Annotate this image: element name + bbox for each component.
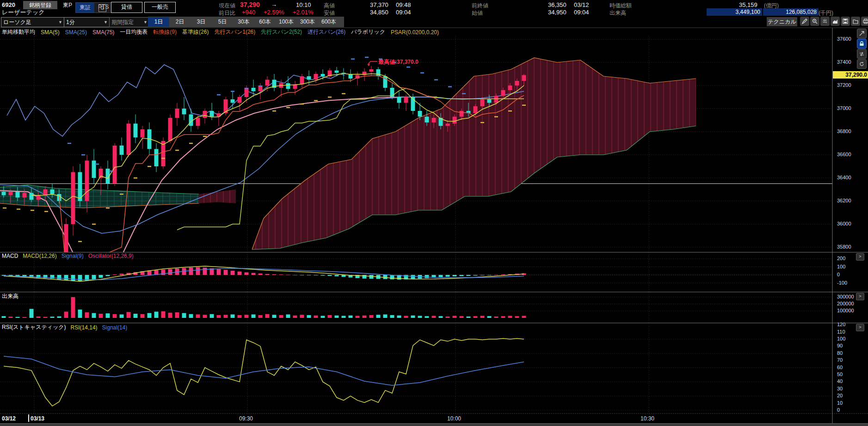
draw-pencil-button[interactable] <box>800 17 809 26</box>
range-button-60本[interactable]: 60本 <box>254 17 276 27</box>
chart-style-button[interactable] <box>831 17 840 26</box>
range-button-1日[interactable]: 1日 <box>148 17 169 27</box>
period-value: 期間指定 <box>111 18 134 26</box>
legend-item: MACD <box>2 253 18 259</box>
chevron-down-icon: ▼ <box>58 20 62 24</box>
lock-button[interactable] <box>857 39 867 49</box>
chevron-down-icon: ▼ <box>104 20 108 24</box>
folder-icon <box>853 18 858 24</box>
export-button[interactable]: 出 <box>820 17 830 26</box>
high-label: 高値 <box>324 2 335 10</box>
legend-item: 単純移動平均 <box>2 28 35 36</box>
print-button[interactable] <box>861 17 868 26</box>
stock-name: レーザーテック <box>2 8 45 17</box>
legend-item: 転換線(9) <box>153 28 177 36</box>
interval-value: 1分 <box>66 18 75 26</box>
price-direction-arrow: → <box>271 1 277 8</box>
range-button-30本[interactable]: 30本 <box>233 17 254 27</box>
range-button-600本[interactable]: 600本 <box>318 17 339 27</box>
legend-item: Signal(9) <box>62 253 84 259</box>
change-percent: +2.59% <box>264 9 284 16</box>
trading-app: { "header":{ "code":"6920","register":"銘… <box>0 0 868 426</box>
open-time: 09:04 <box>574 9 589 16</box>
legend-item: 基準線(26) <box>182 28 209 36</box>
legend-item: パラボリック <box>351 28 385 36</box>
legend-item: 一目均衡表 <box>120 28 148 36</box>
legend-item: SMA(5) <box>41 29 60 36</box>
legend-item: PSAR(0.0200,0.20) <box>391 29 439 36</box>
volume-value: 3,449,100 <box>707 8 762 16</box>
chart-type-value: ローソク足 <box>3 18 31 26</box>
volume-pane-title: 出来高 <box>2 292 18 300</box>
chart-toolbar-icons: 出 <box>799 17 868 26</box>
interval-select[interactable]: 1分▼ <box>64 17 110 27</box>
change-value: +940 <box>242 9 255 16</box>
popout-button[interactable] <box>857 29 867 38</box>
area-chart-icon <box>832 18 838 24</box>
period-select[interactable]: 期間指定▼ <box>109 17 150 27</box>
refresh-icon <box>859 61 864 67</box>
legend-item: RSI(ストキャスティック) <box>2 323 66 331</box>
g-button[interactable]: G <box>98 4 106 12</box>
swap-axis-button[interactable] <box>857 49 867 59</box>
tab-tosho[interactable]: 東証 <box>76 3 94 12</box>
pencil-icon <box>802 18 807 24</box>
stock-code: 6920 <box>2 1 15 8</box>
zoom-button[interactable] <box>810 17 819 26</box>
market-cap-value: 35,159 <box>739 1 757 8</box>
current-price-label: 現在値 <box>219 2 235 10</box>
prev-close-value: 36,350 <box>548 1 566 8</box>
taishaku-button[interactable]: 貸借 <box>111 2 142 13</box>
range-button-300本[interactable]: 300本 <box>297 17 318 27</box>
chart-type-select[interactable]: ローソク足▼ <box>1 17 65 27</box>
legend-item: 先行スパン2(52) <box>261 28 302 36</box>
high-value: 37,370 <box>370 1 388 8</box>
prev-close-date: 03/12 <box>574 1 589 8</box>
change-label: 前日比 <box>219 9 235 17</box>
exchange-toggle: 東証 PTS <box>75 2 113 13</box>
lock-icon <box>859 41 864 46</box>
technical-button[interactable]: テクニカル <box>767 17 797 26</box>
save-icon <box>843 18 848 24</box>
turnover-value: 126,085,028 <box>763 8 819 16</box>
legend-item: SMA(75) <box>92 29 114 36</box>
macd-pane-expand-button[interactable]: > <box>856 253 864 261</box>
legend-item: 遅行スパン(26) <box>308 28 345 36</box>
high-time: 09:48 <box>396 1 411 8</box>
range-button-2日[interactable]: 2日 <box>169 17 191 27</box>
range-button-strip: 1日2日3日5日30本60本100本300本600本 <box>148 17 344 27</box>
reset-view-button[interactable] <box>857 59 867 69</box>
volume-pane-expand-button[interactable]: > <box>856 293 864 300</box>
printer-icon <box>863 18 868 24</box>
open-value: 34,950 <box>548 9 566 16</box>
magnifier-icon <box>812 18 818 24</box>
rsi-pane-expand-button[interactable]: > <box>856 324 864 331</box>
range-button-5日[interactable]: 5日 <box>212 17 233 27</box>
popout-icon <box>859 31 864 36</box>
indicator-legend: 単純移動平均SMA(5)SMA(25)SMA(75)一目均衡表転換線(9)基準線… <box>2 28 439 36</box>
export-kanji-icon: 出 <box>823 18 827 24</box>
volume-label: 出来高 <box>609 9 626 17</box>
current-price: 37,290 <box>240 1 260 8</box>
rsi-legend: RSI(ストキャスティック)RSI(14,14)Signal(14) <box>2 323 127 331</box>
folder-button[interactable] <box>851 17 860 26</box>
macd-legend: MACDMACD(12,26)Signal(9)Oscillator(12,26… <box>2 253 134 259</box>
low-time: 09:04 <box>396 9 411 16</box>
legend-item: Oscillator(12,26,9) <box>88 253 134 259</box>
save-button[interactable] <box>841 17 850 26</box>
legend-item: Signal(14) <box>102 324 128 331</box>
legend-item: RSI(14,14) <box>71 324 98 331</box>
pts-percent: +2.01% <box>293 9 313 16</box>
turnover-unit: (千円) <box>819 9 833 17</box>
swap-arrows-icon <box>859 51 864 56</box>
low-value: 34,850 <box>370 9 388 16</box>
chevron-down-icon: ▼ <box>143 20 148 24</box>
low-label: 安値 <box>324 9 335 17</box>
market-cap-label: 時価総額 <box>609 2 632 10</box>
range-button-3日[interactable]: 3日 <box>191 17 212 27</box>
ippanuri-button[interactable]: 一般売 <box>144 2 176 13</box>
range-button-100本[interactable]: 100本 <box>276 17 297 27</box>
chart-canvas <box>0 0 868 426</box>
prev-close-label: 前終値 <box>472 2 488 10</box>
open-label: 始値 <box>472 9 483 17</box>
